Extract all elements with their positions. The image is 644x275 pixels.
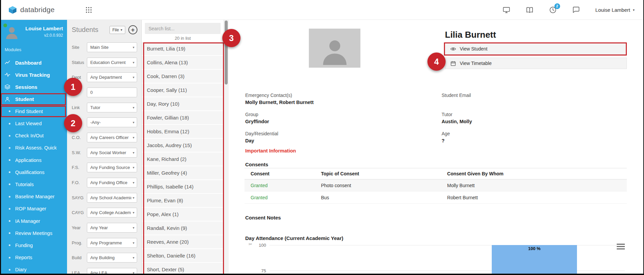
- filter-link-value-select[interactable]: -Any-▾: [87, 117, 137, 127]
- filter-label: Link: [72, 105, 87, 110]
- list-item[interactable]: Reeves, Anne (20): [142, 235, 224, 249]
- sidebar-item-funding[interactable]: Funding: [0, 239, 67, 251]
- filter-row-building: Build Any Building▾: [67, 250, 141, 266]
- filter-building-select[interactable]: Any Building▾: [87, 253, 137, 263]
- sidebar-item-label: Last Viewed: [15, 121, 42, 126]
- filter-sayg-select[interactable]: Any School Academic▾: [87, 193, 137, 203]
- sidebar-item-risk-assess-quick[interactable]: Risk Assess. Quick: [0, 142, 67, 154]
- page-title: Lilia Burnett: [445, 30, 627, 39]
- filter-number-input[interactable]: [87, 88, 137, 97]
- sidebar-item-dashboard[interactable]: Dashboard: [0, 57, 67, 69]
- filter-year-select[interactable]: Any Year▾: [87, 223, 137, 233]
- filter-careers-officer-select[interactable]: Any Careers Officer▾: [87, 133, 137, 142]
- filter-row-social-worker: S.W. Any Social Worker▾: [67, 145, 141, 160]
- filter-funding-source-select[interactable]: Any Funding Source▾: [87, 163, 137, 172]
- user-menu[interactable]: Louise Lambert ▾: [595, 7, 635, 13]
- view-timetable-button[interactable]: View Timetable: [445, 58, 627, 69]
- sidebar-profile: Louise Lambert v2.0.0.932: [0, 20, 67, 40]
- bullet-icon: [4, 135, 13, 137]
- list-item[interactable]: Cook, Darren (3): [142, 70, 224, 83]
- chevron-down-icon: ▾: [133, 136, 134, 139]
- sidebar-item-student[interactable]: Student: [0, 93, 67, 105]
- sidebar-item-reports[interactable]: Reports: [0, 251, 67, 264]
- list-item[interactable]: Cooper, Sally (11): [142, 83, 224, 97]
- filter-programme-select[interactable]: Any Programme▾: [87, 238, 137, 248]
- list-item[interactable]: Pope, Alex (1): [142, 208, 224, 221]
- sidebar-item-label: Baseline Manager: [15, 194, 55, 199]
- list-item[interactable]: Plume, Evan (8): [142, 194, 224, 208]
- list-item[interactable]: Day, Rory (10): [142, 97, 224, 111]
- list-item[interactable]: Randall, Kevin (9): [142, 221, 224, 235]
- chat-icon[interactable]: [572, 6, 580, 14]
- apps-grid-icon[interactable]: [85, 6, 93, 14]
- sidebar-item-review-meetings[interactable]: Review Meetings: [0, 227, 67, 239]
- filter-social-worker-select[interactable]: Any Social Worker▾: [87, 148, 137, 158]
- sidebar-item-last-viewed[interactable]: Last Viewed: [0, 117, 67, 130]
- sidebar-item-qualifications[interactable]: Qualifications: [0, 166, 67, 178]
- student-list-panel: 20 in list Burnett, Lilia (19) Collins, …: [142, 20, 224, 275]
- sidebar-item-tutorials[interactable]: Tutorials: [0, 178, 67, 191]
- window-border-bottom: [0, 274, 644, 275]
- online-status-dot: [3, 24, 7, 27]
- filter-row-cayg: CAYG Any College Academ▾: [67, 205, 141, 220]
- consent-status: Granted: [245, 195, 321, 200]
- consents-heading: Consents: [245, 162, 268, 167]
- y-axis-tick: 100: [245, 243, 266, 248]
- filter-cayg-select[interactable]: Any College Academ▾: [87, 208, 137, 217]
- list-item[interactable]: Phillips, Isabelle (14): [142, 180, 224, 194]
- sidebar-item-label: Check In/Out: [15, 133, 44, 138]
- list-item[interactable]: Short, Dexter (5): [142, 263, 224, 275]
- list-item[interactable]: Hobbs, Emma (12): [142, 125, 224, 139]
- filter-label: CAYG: [72, 210, 87, 215]
- chart-line-icon: [4, 60, 13, 66]
- filter-label: S.W.: [72, 150, 87, 155]
- list-scrollbar[interactable]: [224, 20, 229, 275]
- sidebar-item-label: Student: [15, 96, 34, 102]
- bullet-icon: [4, 257, 13, 259]
- add-student-button[interactable]: +: [128, 25, 137, 34]
- list-item[interactable]: Kane, Richard (2): [142, 152, 224, 166]
- filter-site-select[interactable]: Main Site▾: [87, 42, 137, 52]
- chart-context-menu-icon[interactable]: [617, 244, 625, 249]
- filter-link-select[interactable]: Tutor▾: [87, 103, 137, 112]
- sidebar-item-rop-manager[interactable]: ROP Manager: [0, 203, 67, 215]
- sidebar-item-diary[interactable]: Diary: [0, 264, 67, 275]
- filter-row-site: Site Main Site▾: [67, 40, 141, 55]
- sidebar-item-label: Qualifications: [15, 170, 44, 175]
- sidebar-item-label: Dashboard: [15, 60, 41, 66]
- filter-label: Prog.: [72, 240, 87, 245]
- chevron-down-icon: ▾: [133, 196, 134, 200]
- sidebar-item-find-student[interactable]: Find Student: [0, 105, 67, 117]
- list-item[interactable]: Shelton, Danielle (16): [142, 249, 224, 263]
- sidebar-item-sessions[interactable]: Sessions: [0, 81, 67, 93]
- file-menu-button[interactable]: File ▾: [109, 26, 125, 34]
- list-item[interactable]: Miller, Geofrey (4): [142, 166, 224, 180]
- calendar-icon: [450, 61, 456, 66]
- monitor-icon[interactable]: [503, 6, 510, 14]
- filter-row-careers-officer: C.O. Any Careers Officer▾: [67, 130, 141, 145]
- field-tutor: Tutor Austin, Molly: [442, 112, 597, 125]
- filter-row-year: Year Any Year▾: [67, 220, 141, 235]
- clock-icon[interactable]: 2: [549, 6, 557, 14]
- filter-funding-office-select[interactable]: Any Funding Office▾: [87, 178, 137, 187]
- student-list: Burnett, Lilia (19) Collins, Alena (13) …: [142, 42, 224, 275]
- list-item[interactable]: Burnett, Lilia (19): [142, 42, 224, 56]
- sidebar-item-baseline-manager[interactable]: Baseline Manager: [0, 191, 67, 203]
- annotation-step-1: 1: [64, 78, 82, 96]
- list-item[interactable]: Fowler, Gillian (18): [142, 111, 224, 125]
- filter-status-select[interactable]: Education Current▾: [87, 58, 137, 67]
- filter-dept-select[interactable]: Any Department▾: [87, 72, 137, 82]
- filter-label: Year: [72, 225, 87, 230]
- important-information-link[interactable]: Important Information: [245, 148, 296, 153]
- list-item[interactable]: Collins, Alena (13): [142, 56, 224, 70]
- sidebar-item-label: Applications: [15, 158, 41, 163]
- sidebar-item-applications[interactable]: Applications: [0, 154, 67, 166]
- sidebar-item-check-in-out[interactable]: Check In/Out: [0, 130, 67, 142]
- sidebar-item-virus-tracking[interactable]: Virus Tracking: [0, 69, 67, 81]
- filter-label: Status: [72, 60, 87, 65]
- handbook-icon[interactable]: [526, 6, 534, 14]
- sidebar-item-ia-manager[interactable]: IA Manager: [0, 215, 67, 227]
- search-input[interactable]: [145, 23, 221, 34]
- view-student-button[interactable]: View Student: [445, 43, 627, 55]
- list-item[interactable]: Jacobs, Audrey (15): [142, 139, 224, 152]
